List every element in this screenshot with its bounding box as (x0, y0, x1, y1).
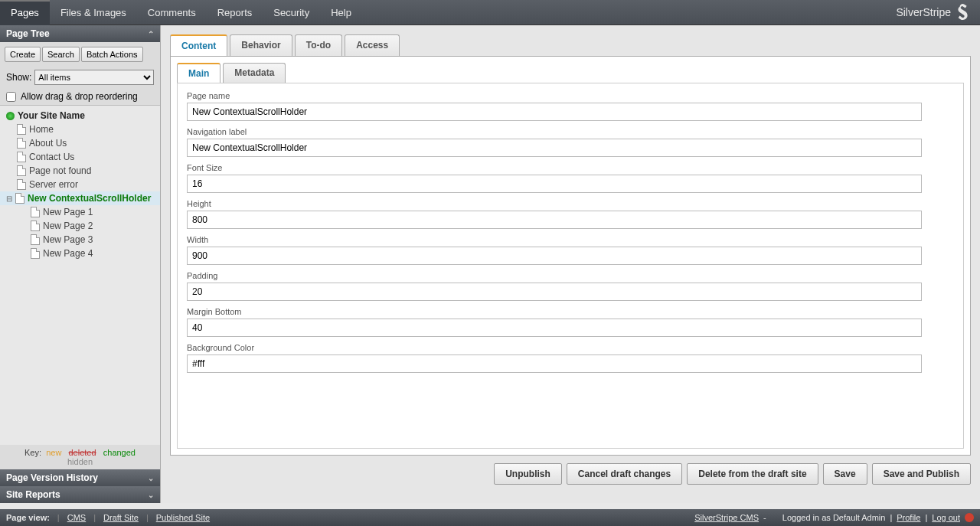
create-button[interactable]: Create (5, 47, 41, 62)
content-area: Content Behavior To-do Access Main Metad… (161, 25, 980, 503)
silverstripe-icon (956, 4, 972, 21)
label-page-name: Page name (187, 91, 954, 100)
dash: - (763, 513, 766, 522)
input-page-name[interactable] (187, 103, 922, 121)
nav-tab-files[interactable]: Files & Images (50, 0, 137, 25)
tab-metadata[interactable]: Metadata (223, 63, 286, 83)
tree-item-child[interactable]: New Page 2 (0, 219, 160, 233)
product-link[interactable]: SilverStripe CMS (694, 513, 759, 522)
tab-todo[interactable]: To-do (295, 34, 342, 56)
tab-behavior[interactable]: Behavior (230, 34, 292, 56)
power-icon[interactable] (965, 513, 974, 522)
nav-tab-help[interactable]: Help (320, 0, 362, 25)
view-published-link[interactable]: Published Site (156, 513, 210, 522)
nav-tab-pages[interactable]: Pages (0, 0, 50, 25)
search-button[interactable]: Search (42, 47, 80, 62)
show-select[interactable]: All items (34, 70, 154, 85)
page-icon (31, 248, 40, 259)
page-view-label: Page view: (6, 513, 50, 522)
input-padding[interactable] (187, 283, 922, 301)
version-history-header[interactable]: Page Version History ⌄ (0, 469, 160, 486)
page-tree: Your Site Name Home About Us Contact Us … (0, 106, 160, 445)
page-icon (17, 138, 26, 149)
view-cms-link[interactable]: CMS (67, 513, 86, 522)
tab-main[interactable]: Main (177, 63, 220, 83)
reorder-label: Allow drag & drop reordering (21, 91, 138, 102)
page-icon (17, 179, 26, 190)
input-margin-bottom[interactable] (187, 319, 922, 337)
page-tree-header[interactable]: Page Tree ⌃ (0, 25, 160, 42)
save-button[interactable]: Save (823, 463, 867, 485)
label-width: Width (187, 235, 954, 244)
tree-item-child[interactable]: New Page 4 (0, 247, 160, 260)
tab-content[interactable]: Content (170, 34, 227, 56)
footer-bar: Page view: | CMS | Draft Site | Publishe… (0, 509, 980, 526)
expand-icon: ⌄ (148, 474, 154, 482)
globe-icon (6, 112, 15, 120)
collapse-icon: ⌃ (148, 30, 154, 38)
input-font-size[interactable] (187, 175, 922, 193)
expander-icon[interactable]: ⊟ (6, 194, 12, 203)
label-nav-label: Navigation label (187, 127, 954, 136)
tree-item-child[interactable]: New Page 1 (0, 205, 160, 219)
tree-item-contact[interactable]: Contact Us (0, 150, 160, 164)
tree-item-about[interactable]: About Us (0, 136, 160, 150)
batch-actions-button[interactable]: Batch Actions (81, 47, 143, 62)
expand-icon: ⌄ (148, 491, 154, 499)
tab-access[interactable]: Access (345, 34, 400, 56)
tree-item-home[interactable]: Home (0, 123, 160, 136)
view-draft-link[interactable]: Draft Site (103, 513, 139, 522)
page-icon (15, 193, 24, 204)
delete-button[interactable]: Delete from the draft site (687, 463, 818, 485)
tree-key: Key: new deleted changed hidden (0, 445, 160, 469)
outer-tabs: Content Behavior To-do Access (170, 34, 971, 56)
nav-tab-reports[interactable]: Reports (207, 0, 263, 25)
logged-in-text: Logged in as Default Admin (782, 513, 886, 522)
input-height[interactable] (187, 211, 922, 229)
input-bg-color[interactable] (187, 354, 922, 373)
page-icon (17, 165, 26, 176)
page-icon (31, 207, 40, 217)
label-bg-color: Background Color (187, 343, 954, 352)
unpublish-button[interactable]: Unpublish (494, 463, 562, 485)
top-nav: Pages Files & Images Comments Reports Se… (0, 0, 980, 25)
profile-link[interactable]: Profile (897, 513, 920, 522)
label-margin-bottom: Margin Bottom (187, 307, 954, 316)
tree-item-selected[interactable]: ⊟New ContextualScrollHolder (0, 191, 160, 205)
inner-tabs: Main Metadata (177, 63, 964, 83)
nav-tab-security[interactable]: Security (263, 0, 320, 25)
label-font-size: Font Size (187, 163, 954, 172)
brand-logo: SilverStripe (896, 4, 980, 21)
save-publish-button[interactable]: Save and Publish (872, 463, 971, 485)
action-bar: Unpublish Cancel draft changes Delete fr… (170, 456, 971, 485)
site-reports-header[interactable]: Site Reports ⌄ (0, 486, 160, 503)
page-icon (17, 152, 26, 162)
input-width[interactable] (187, 247, 922, 265)
page-icon (31, 234, 40, 245)
page-icon (31, 221, 40, 231)
form-body: Page name Navigation label Font Size Hei… (177, 83, 964, 449)
reorder-checkbox[interactable] (6, 92, 16, 102)
sidebar: Page Tree ⌃ Create Search Batch Actions … (0, 25, 161, 503)
cancel-button[interactable]: Cancel draft changes (567, 463, 682, 485)
page-icon (17, 124, 26, 135)
label-padding: Padding (187, 271, 954, 280)
tree-item-error[interactable]: Server error (0, 178, 160, 191)
nav-tab-comments[interactable]: Comments (137, 0, 207, 25)
show-label: Show: (6, 72, 31, 83)
label-height: Height (187, 199, 954, 208)
tree-item-notfound[interactable]: Page not found (0, 164, 160, 178)
input-nav-label[interactable] (187, 139, 922, 157)
logout-link[interactable]: Log out (932, 513, 960, 522)
tree-item-child[interactable]: New Page 3 (0, 233, 160, 247)
site-root[interactable]: Your Site Name (0, 109, 160, 123)
